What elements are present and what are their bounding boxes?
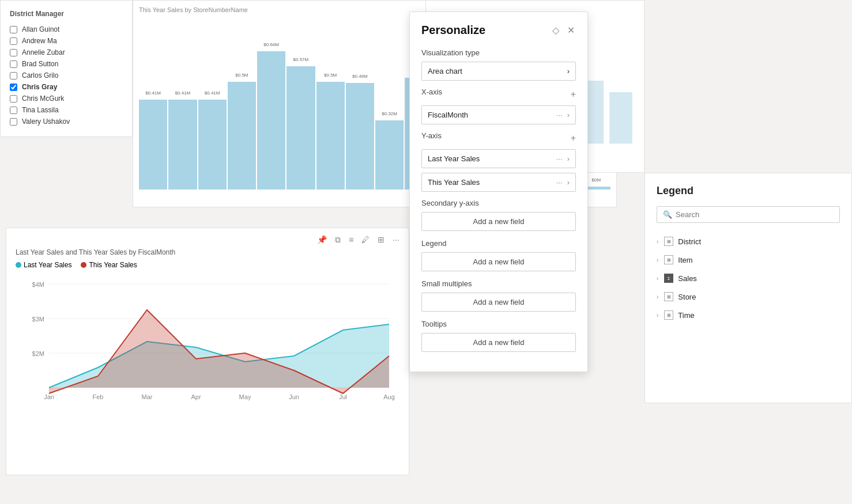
pin-icon[interactable]: 📌 — [317, 235, 327, 245]
area-chart-title: Last Year Sales and This Year Sales by F… — [16, 248, 399, 256]
x-axis-label: X-axis — [421, 88, 442, 96]
legend-item[interactable]: › ⊞ Store — [657, 287, 840, 306]
legend-item-name: Store — [678, 293, 696, 301]
legend-add-field[interactable]: Add a new field — [421, 252, 576, 271]
y-axis-1-chevron-icon: › — [567, 178, 570, 187]
personalize-header: Personalize ◇ ✕ — [421, 24, 576, 37]
y-axis-0-ellipsis-icon[interactable]: ··· — [556, 154, 563, 163]
small-multiples-add-field[interactable]: Add a new field — [421, 293, 576, 312]
bar-label: $0.41M — [175, 90, 191, 96]
district-item[interactable]: Brad Sutton — [10, 58, 123, 70]
x-axis-field[interactable]: FiscalMonth ··· › — [421, 105, 576, 124]
svg-text:Jan: Jan — [44, 393, 54, 400]
svg-text:Jul: Jul — [339, 393, 347, 400]
district-checkbox[interactable] — [10, 49, 17, 56]
district-checkbox[interactable] — [10, 118, 17, 126]
legend-section-label: Legend — [421, 239, 576, 248]
viz-type-label: Visualization type — [421, 48, 576, 57]
edit-icon[interactable]: 🖊 — [361, 235, 370, 245]
legend-item-name: District — [678, 237, 701, 246]
district-item[interactable]: Tina Lassila — [10, 104, 123, 116]
legend-section: Legend Add a new field — [421, 239, 576, 271]
viz-type-value: Area chart — [428, 67, 462, 75]
legend-item[interactable]: › ⊞ District — [657, 232, 840, 251]
legend-item-name: Item — [678, 256, 692, 264]
legend-search-icon: 🔍 — [663, 210, 672, 219]
y-axis-value-1: This Year Sales — [428, 178, 480, 187]
legend-entry-ly: Last Year Sales — [16, 261, 71, 269]
district-item[interactable]: Chris Gray — [10, 81, 123, 93]
district-manager-panel: District Manager Allan Guinot Andrew Ma … — [0, 0, 133, 137]
district-name: Allan Guinot — [22, 25, 59, 33]
district-name: Annelie Zubar — [22, 48, 65, 56]
legend-items-list: › ⊞ District › ⊞ Item › Σ Sales › ⊞ Stor… — [657, 232, 840, 324]
district-item[interactable]: Valery Ushakov — [10, 116, 123, 127]
district-checkbox[interactable] — [10, 26, 17, 33]
district-checkbox[interactable] — [10, 84, 17, 91]
svg-text:$3M: $3M — [32, 316, 44, 323]
bar: $0.64M — [257, 51, 285, 190]
district-checkbox[interactable] — [10, 95, 17, 103]
district-item[interactable]: Chris McGurk — [10, 93, 123, 104]
svg-text:Apr: Apr — [191, 393, 201, 400]
legend-item[interactable]: › ⊞ Time — [657, 306, 840, 324]
svg-text:$2M: $2M — [32, 350, 44, 357]
personalize-header-icons: ◇ ✕ — [551, 24, 576, 37]
reset-icon[interactable]: ◇ — [551, 24, 560, 37]
svg-text:$4M: $4M — [32, 281, 44, 288]
small-multiples-section: Small multiples Add a new field — [421, 279, 576, 312]
bar: $0.41M — [198, 100, 227, 190]
viz-type-field[interactable]: Area chart › — [421, 62, 576, 81]
bar: $0.49M — [346, 83, 374, 190]
legend-dot-ly — [16, 262, 21, 268]
bar-label: $0.41M — [205, 90, 220, 96]
y-axis-field-1-icons: ··· › — [556, 178, 570, 187]
bar-label: $0.49M — [352, 74, 368, 79]
filter-icon[interactable]: ≡ — [349, 235, 353, 245]
legend-search-container: 🔍 — [657, 206, 840, 223]
legend-panel: Legend 🔍 › ⊞ District › ⊞ Item › Σ Sales… — [644, 173, 852, 403]
legend-item[interactable]: › Σ Sales — [657, 269, 840, 287]
y-axis-field-1[interactable]: This Year Sales ··· › — [421, 173, 576, 192]
copy-icon[interactable]: ⧉ — [335, 235, 341, 245]
legend-item-chevron: › — [657, 294, 658, 300]
district-checkbox[interactable] — [10, 72, 17, 79]
legend-item[interactable]: › ⊞ Item — [657, 251, 840, 269]
viz-type-section: Visualization type Area chart › — [421, 48, 576, 81]
y-axis-plus-icon[interactable]: + — [571, 133, 576, 143]
bar-label: $0.41M — [145, 90, 161, 96]
secondary-y-section: Secondary y-axis Add a new field — [421, 199, 576, 231]
y-axis-section: Y-axis + Last Year Sales ··· › This Year… — [421, 131, 576, 192]
bar-label: $0.32M — [382, 111, 397, 116]
district-item[interactable]: Allan Guinot — [10, 24, 123, 35]
area-chart-toolbar: 📌 ⧉ ≡ 🖊 ⊞ ··· — [16, 235, 399, 245]
district-item[interactable]: Annelie Zubar — [10, 47, 123, 58]
tooltips-add-field[interactable]: Add a new field — [421, 333, 576, 352]
bar: $0.32M — [375, 120, 404, 190]
legend-item-name: Sales — [678, 274, 697, 283]
district-checkbox[interactable] — [10, 107, 17, 114]
y-axis-1-ellipsis-icon[interactable]: ··· — [556, 178, 563, 187]
chevron-right-icon: › — [567, 67, 570, 75]
district-checkbox[interactable] — [10, 60, 17, 68]
legend-search-input[interactable] — [676, 210, 834, 219]
secondary-y-add-field[interactable]: Add a new field — [421, 212, 576, 231]
y-axis-field-0[interactable]: Last Year Sales ··· › — [421, 149, 576, 168]
district-name: Brad Sutton — [22, 60, 58, 68]
expand-icon[interactable]: ⊞ — [378, 235, 384, 245]
y-axis-header: Y-axis + — [421, 131, 576, 145]
x-axis-ellipsis-icon[interactable]: ··· — [556, 111, 563, 119]
svg-text:Aug: Aug — [383, 393, 395, 400]
x-axis-chevron-icon: › — [567, 111, 570, 119]
close-icon[interactable]: ✕ — [566, 24, 576, 37]
svg-text:Jun: Jun — [289, 393, 299, 400]
more-icon[interactable]: ··· — [393, 235, 399, 245]
district-item[interactable]: Andrew Ma — [10, 35, 123, 47]
bar: $0.57M — [286, 66, 315, 190]
district-checkbox[interactable] — [10, 37, 17, 45]
legend-item-chevron: › — [657, 312, 658, 319]
x-axis-plus-icon[interactable]: + — [571, 89, 576, 100]
district-item[interactable]: Carlos Grilo — [10, 70, 123, 81]
personalize-panel: Personalize ◇ ✕ Visualization type Area … — [409, 12, 588, 372]
bar: $0.41M — [139, 100, 167, 190]
